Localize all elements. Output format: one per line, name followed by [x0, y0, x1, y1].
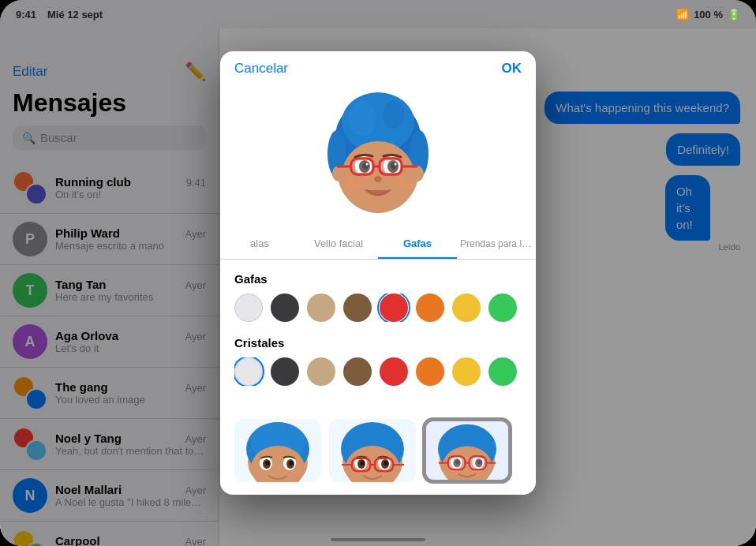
modal-body: Gafas Cristales	[220, 260, 536, 413]
color-swatch-crystals-3[interactable]	[307, 357, 335, 386]
memoji-face-svg	[315, 91, 441, 217]
color-swatch-glasses-6[interactable]	[416, 294, 444, 322]
svg-point-37	[289, 461, 294, 466]
status-time: 9:41	[16, 9, 36, 21]
svg-rect-24	[352, 159, 372, 174]
color-swatch-crystals-7[interactable]	[452, 357, 481, 386]
status-left: 9:41 Mié 12 sept	[16, 9, 103, 21]
glasses-thumbnail-1[interactable]	[234, 419, 321, 482]
color-swatch-glasses-8[interactable]	[488, 294, 517, 322]
color-swatch-glasses-4[interactable]	[343, 294, 372, 322]
glasses-color-row	[234, 294, 522, 322]
color-swatch-crystals-5[interactable]	[380, 357, 408, 386]
status-date: Mié 12 sept	[47, 9, 103, 21]
status-bar: 9:41 Mié 12 sept 📶 100 % 🔋	[0, 0, 756, 28]
color-swatch-glasses-1[interactable]	[234, 294, 263, 322]
svg-rect-25	[380, 159, 401, 174]
svg-point-26	[343, 178, 362, 189]
svg-rect-66	[449, 457, 464, 469]
battery-text: 100 %	[694, 9, 723, 21]
svg-rect-67	[470, 457, 485, 469]
color-swatch-glasses-3[interactable]	[307, 294, 335, 322]
svg-point-45	[360, 461, 365, 466]
status-right: 📶 100 % 🔋	[676, 9, 740, 21]
color-swatch-glasses-2[interactable]	[271, 294, 299, 322]
svg-point-18	[374, 176, 382, 182]
modal-tabs: alas Vello facial Gafas Prendas para la …	[220, 230, 536, 260]
thumbnail-row	[220, 413, 536, 495]
modal-header: Cancelar OK	[220, 51, 536, 83]
svg-point-46	[384, 461, 388, 466]
svg-point-27	[394, 178, 413, 189]
color-swatch-crystals-2[interactable]	[271, 357, 299, 386]
svg-point-3	[348, 101, 376, 136]
ok-button[interactable]: OK	[502, 61, 522, 77]
battery-icon: 🔋	[728, 9, 740, 21]
color-swatch-crystals-8[interactable]	[488, 357, 517, 386]
cancel-button[interactable]: Cancelar	[234, 61, 288, 77]
glasses-thumbnail-3[interactable]	[424, 419, 511, 482]
svg-point-4	[383, 100, 405, 129]
ipad-frame: 9:41 Mié 12 sept 📶 100 % 🔋 Editar ✏️ Men…	[0, 0, 756, 546]
color-swatch-crystals-6[interactable]	[416, 357, 444, 386]
glasses-thumbnail-2[interactable]	[329, 419, 416, 482]
tab-prendas-cabeza[interactable]: Prendas para la cabeza	[457, 230, 536, 259]
wifi-icon: 📶	[676, 9, 689, 21]
memoji-preview	[220, 83, 536, 230]
modal-overlay: Cancelar OK	[0, 0, 756, 546]
color-swatch-crystals-4[interactable]	[343, 357, 372, 386]
tab-vello-facial[interactable]: Vello facial	[299, 230, 378, 259]
memoji-editor-modal: Cancelar OK	[220, 51, 536, 495]
color-swatch-glasses-7[interactable]	[452, 294, 481, 322]
tab-alas[interactable]: alas	[220, 230, 299, 259]
color-swatch-glasses-5[interactable]	[380, 294, 408, 322]
crystals-section-title: Cristales	[234, 336, 522, 350]
glasses-section-title: Gafas	[234, 272, 522, 286]
tab-gafas[interactable]: Gafas	[378, 230, 457, 259]
color-swatch-crystals-1[interactable]	[234, 357, 263, 386]
crystals-color-row	[234, 357, 522, 386]
svg-point-36	[265, 461, 270, 466]
